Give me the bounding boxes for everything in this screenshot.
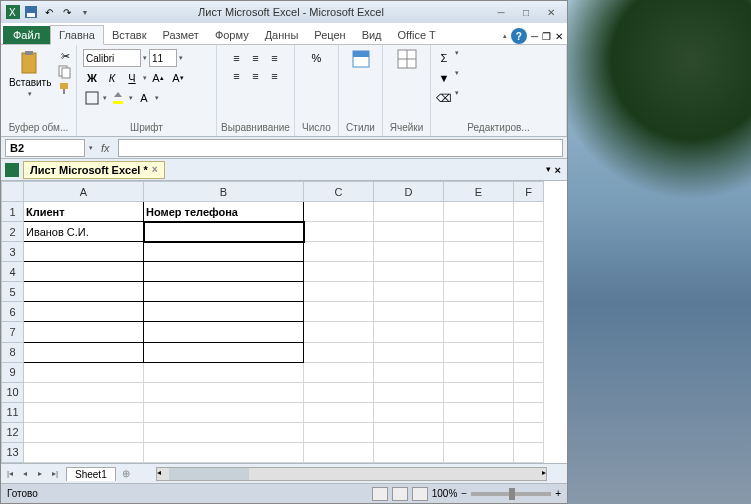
doc-tabs-menu-icon[interactable]: ▾ [546,164,551,176]
cell[interactable] [444,382,514,402]
row-header[interactable]: 8 [2,342,24,362]
zoom-in-icon[interactable]: + [555,488,561,499]
view-break-icon[interactable] [412,487,428,501]
cell[interactable] [144,362,304,382]
borders-icon[interactable] [83,89,101,107]
grow-font-icon[interactable]: A▴ [149,69,167,87]
col-header[interactable]: C [304,182,374,202]
cell[interactable] [514,422,544,442]
cell[interactable] [444,222,514,242]
tab-review[interactable]: Рецен [306,26,353,44]
cell[interactable] [514,202,544,222]
cell[interactable] [444,202,514,222]
row-header[interactable]: 13 [2,442,24,462]
fill-color-icon[interactable] [109,89,127,107]
zoom-level[interactable]: 100% [432,488,458,499]
sheet-tab[interactable]: Sheet1 [66,467,116,481]
cell[interactable] [144,342,304,362]
cell[interactable] [514,342,544,362]
cell[interactable] [144,262,304,282]
cell[interactable] [514,222,544,242]
cell[interactable] [444,422,514,442]
cell[interactable] [374,402,444,422]
cell[interactable] [144,442,304,462]
row-header[interactable]: 10 [2,382,24,402]
cell[interactable] [304,422,374,442]
tab-home[interactable]: Главна [50,25,104,45]
cell[interactable] [444,242,514,262]
tab-view[interactable]: Вид [354,26,390,44]
tab-formulas[interactable]: Форму [207,26,257,44]
new-sheet-icon[interactable]: ⊕ [116,468,136,479]
cell[interactable] [304,202,374,222]
cell[interactable] [514,362,544,382]
view-normal-icon[interactable] [372,487,388,501]
cell[interactable] [144,402,304,422]
shrink-font-icon[interactable]: A▾ [169,69,187,87]
bold-button[interactable]: Ж [83,69,101,87]
cell[interactable] [444,442,514,462]
sheet-first-icon[interactable]: |◂ [3,467,17,481]
cell[interactable] [24,322,144,342]
cell[interactable] [374,422,444,442]
select-all[interactable] [2,182,24,202]
cell[interactable] [444,402,514,422]
cell[interactable] [304,262,374,282]
cell[interactable]: Клиент [24,202,144,222]
close-button[interactable]: ✕ [539,4,563,20]
cell[interactable] [304,302,374,322]
cell[interactable] [444,282,514,302]
cell[interactable] [374,382,444,402]
tab-layout[interactable]: Размет [155,26,207,44]
cell[interactable] [514,382,544,402]
cell[interactable] [514,282,544,302]
qat-dropdown-icon[interactable]: ▼ [77,4,93,20]
font-name-select[interactable]: Calibri [83,49,141,67]
paste-button[interactable]: Вставить ▾ [5,49,55,100]
row-header[interactable]: 2 [2,222,24,242]
scroll-right-icon[interactable]: ▸ [542,468,546,477]
cell[interactable] [304,342,374,362]
cell[interactable] [514,262,544,282]
styles-icon[interactable] [351,49,371,69]
cell[interactable] [304,282,374,302]
cell[interactable] [374,262,444,282]
cell[interactable] [374,242,444,262]
cell[interactable] [444,342,514,362]
cell[interactable] [304,362,374,382]
cell[interactable] [24,242,144,262]
align-top-icon[interactable]: ≡ [228,49,246,67]
name-box[interactable]: B2 [5,139,85,157]
percent-icon[interactable]: % [308,49,326,67]
cell[interactable] [24,382,144,402]
cell[interactable] [374,322,444,342]
col-header[interactable]: E [444,182,514,202]
cell[interactable] [304,222,374,242]
zoom-out-icon[interactable]: − [461,488,467,499]
cut-icon[interactable]: ✂ [57,49,73,63]
cell[interactable] [444,322,514,342]
save-icon[interactable] [23,4,39,20]
cell[interactable] [24,302,144,322]
cell[interactable] [24,402,144,422]
font-color-icon[interactable]: A [135,89,153,107]
align-center-icon[interactable]: ≡ [247,67,265,85]
sheet-next-icon[interactable]: ▸ [33,467,47,481]
col-header[interactable]: D [374,182,444,202]
cell[interactable] [374,442,444,462]
cell-active[interactable] [144,222,304,242]
clear-icon[interactable]: ⌫ [435,89,453,107]
align-bot-icon[interactable]: ≡ [266,49,284,67]
align-right-icon[interactable]: ≡ [266,67,284,85]
cells-icon[interactable] [397,49,417,69]
cell[interactable] [514,442,544,462]
scroll-left-icon[interactable]: ◂ [157,468,161,477]
cell[interactable] [444,302,514,322]
align-left-icon[interactable]: ≡ [228,67,246,85]
cell[interactable] [144,242,304,262]
tab-insert[interactable]: Вставк [104,26,155,44]
cell[interactable] [304,242,374,262]
zoom-slider[interactable] [471,492,551,496]
ribbon-min-icon[interactable]: ▴ [503,32,507,40]
cell[interactable] [304,442,374,462]
